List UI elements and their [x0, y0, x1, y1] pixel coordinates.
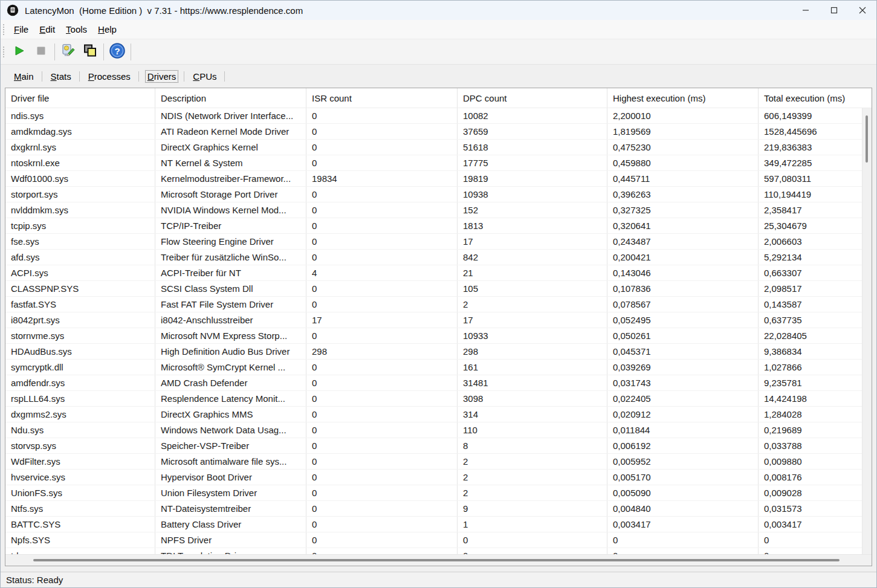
maximize-button[interactable] — [820, 1, 848, 20]
table-row[interactable]: symcryptk.dllMicrosoft® SymCrypt Kernel … — [5, 360, 872, 375]
table-row[interactable]: storvsp.sysSpeicher-VSP-Treiber080,00619… — [5, 438, 872, 454]
table-cell: DirectX Graphics MMS — [155, 407, 306, 422]
start-monitor-button[interactable] — [8, 42, 30, 62]
close-button[interactable] — [848, 1, 876, 20]
column-header-driver-file[interactable]: Driver file — [5, 88, 155, 108]
table-row[interactable]: nvlddmkm.sysNVIDIA Windows Kernel Mod...… — [5, 202, 872, 218]
table-cell: 22,028405 — [759, 328, 872, 343]
table-row[interactable]: afd.sysTreiber für zusätzliche WinSo...0… — [5, 250, 872, 265]
table-cell: 0,327325 — [607, 202, 759, 218]
column-header-isr-count[interactable]: ISR count — [306, 88, 458, 108]
column-header-total-execution[interactable]: Total execution (ms) — [759, 88, 872, 108]
tab-main[interactable]: Main — [5, 67, 42, 86]
table-cell: 17 — [458, 234, 607, 249]
table-cell: 0,459880 — [607, 155, 759, 170]
table-cell: 1,027866 — [759, 360, 872, 375]
table-cell: 17775 — [458, 155, 607, 170]
table-cell: TDI Translation Driver — [155, 548, 306, 554]
table-cell: 0,003417 — [759, 517, 872, 532]
menu-edit[interactable]: Edit — [34, 22, 60, 37]
table-row[interactable]: stornvme.sysMicrosoft NVM Express Storp.… — [5, 328, 872, 344]
table-cell: storvsp.sys — [5, 438, 155, 453]
menubar-grip[interactable] — [2, 23, 5, 36]
vertical-scrollbar-thumb[interactable] — [866, 115, 868, 163]
titlebar[interactable]: LatencyMon (Home Edition ) v 7.31 - http… — [1, 1, 876, 20]
column-header-highest-execution[interactable]: Highest execution (ms) — [607, 88, 759, 108]
table-row[interactable]: Wdf01000.sysKernelmodustreiber-Framewor.… — [5, 171, 872, 187]
table-row[interactable]: rspLLL64.sysResplendence Latency Monit..… — [5, 391, 872, 407]
table-cell: 14,424198 — [759, 391, 872, 406]
table-cell: 1 — [458, 517, 607, 532]
toolbar-separator — [54, 44, 55, 60]
table-cell: Microsoft® SymCrypt Kernel ... — [155, 360, 306, 375]
table-cell: 0,009028 — [759, 485, 872, 500]
table-cell: 0,663307 — [759, 265, 872, 280]
table-cell: 0,005090 — [607, 485, 759, 500]
table-cell: NVIDIA Windows Kernel Mod... — [155, 202, 306, 218]
table-cell: 0,143046 — [607, 265, 759, 280]
svg-text:?: ? — [114, 46, 120, 56]
table-row[interactable]: amdfendr.sysAMD Crash Defender0314810,03… — [5, 375, 872, 391]
column-header-description[interactable]: Description — [155, 88, 306, 108]
table-row[interactable]: ntoskrnl.exeNT Kernel & System0177750,45… — [5, 155, 872, 171]
table-row[interactable]: Ntfs.sysNT-Dateisystemtreiber090,0048400… — [5, 501, 872, 517]
table-cell: Hypervisor Boot Driver — [155, 470, 306, 485]
table-row[interactable]: UnionFS.sysUnion Filesystem Driver020,00… — [5, 485, 872, 501]
menu-help[interactable]: Help — [92, 22, 122, 37]
table-row[interactable]: fse.sysFlow Steering Engine Driver0170,2… — [5, 234, 872, 250]
table-cell: 0,052495 — [607, 312, 759, 328]
stop-monitor-button[interactable] — [30, 42, 52, 62]
table-cell: 51618 — [458, 140, 607, 155]
table-row[interactable]: WdFilter.sysMicrosoft antimalware file s… — [5, 454, 872, 470]
driver-table-body: ndis.sysNDIS (Network Driver Interface..… — [5, 108, 872, 554]
table-row[interactable]: hvservice.sysHypervisor Boot Driver020,0… — [5, 470, 872, 485]
vertical-scrollbar[interactable] — [862, 108, 872, 554]
table-row[interactable]: ndis.sysNDIS (Network Driver Interface..… — [5, 108, 872, 124]
table-cell: 37659 — [458, 124, 607, 139]
table-row[interactable]: amdkmdag.sysATI Radeon Kernel Mode Drive… — [5, 124, 872, 140]
table-row[interactable]: Npfs.SYSNPFS Driver0000 — [5, 532, 872, 548]
table-row[interactable]: CLASSPNP.SYSSCSI Class System Dll01050,1… — [5, 281, 872, 297]
table-cell: 2 — [458, 454, 607, 469]
table-cell: Ntfs.sys — [5, 501, 155, 516]
menu-file[interactable]: File — [8, 22, 34, 37]
table-cell: 25,304679 — [759, 218, 872, 233]
report-options-button[interactable] — [57, 42, 79, 62]
table-cell: WdFilter.sys — [5, 454, 155, 469]
table-cell: 17 — [458, 312, 607, 328]
table-row[interactable]: dxgmms2.sysDirectX Graphics MMS03140,020… — [5, 407, 872, 422]
minimize-button[interactable] — [791, 1, 820, 20]
table-cell: High Definition Audio Bus Driver — [155, 344, 306, 359]
play-icon — [13, 45, 25, 59]
table-row[interactable]: tcpip.sysTCP/IP-Treiber018130,32064125,3… — [5, 218, 872, 234]
table-row[interactable]: BATTC.SYSBattery Class Driver010,0034170… — [5, 517, 872, 532]
table-cell: 0 — [306, 470, 458, 485]
table-row[interactable]: HDAudBus.sysHigh Definition Audio Bus Dr… — [5, 344, 872, 360]
table-cell: amdfendr.sys — [5, 375, 155, 390]
table-row[interactable]: storport.sysMicrosoft Storage Port Drive… — [5, 187, 872, 202]
table-row[interactable]: ACPI.sysACPI-Treiber für NT4210,1430460,… — [5, 265, 872, 281]
tab-stats[interactable]: Stats — [42, 67, 80, 86]
menu-tools[interactable]: Tools — [60, 22, 92, 37]
table-cell: 0 — [306, 250, 458, 265]
tab-cpus[interactable]: CPUs — [184, 67, 225, 86]
table-cell: 0 — [306, 391, 458, 406]
table-row[interactable]: fastfat.SYSFast FAT File System Driver02… — [5, 297, 872, 312]
help-button[interactable]: ? — [106, 42, 128, 62]
tab-processes[interactable]: Processes — [80, 67, 139, 86]
status-text: Status: Ready — [6, 575, 63, 585]
table-row[interactable]: i8042prt.sysi8042-Anschlusstreiber17170,… — [5, 312, 872, 328]
table-cell: 298 — [306, 344, 458, 359]
table-row[interactable]: dxgkrnl.sysDirectX Graphics Kernel051618… — [5, 140, 872, 155]
table-cell: 842 — [458, 250, 607, 265]
column-header-dpc-count[interactable]: DPC count — [458, 88, 607, 108]
table-row[interactable]: Ndu.sysWindows Network Data Usag...01100… — [5, 422, 872, 438]
table-row[interactable]: tdx.sysTDI Translation Driver0000 — [5, 548, 872, 554]
toolbar-grip[interactable] — [2, 45, 5, 59]
horizontal-scrollbar-thumb[interactable] — [33, 559, 840, 561]
table-cell: 2,006603 — [759, 234, 872, 249]
horizontal-scrollbar[interactable] — [5, 554, 872, 566]
tab-drivers[interactable]: Drivers — [139, 67, 185, 86]
copy-report-button[interactable] — [79, 42, 101, 62]
table-cell: 0,033788 — [759, 438, 872, 453]
